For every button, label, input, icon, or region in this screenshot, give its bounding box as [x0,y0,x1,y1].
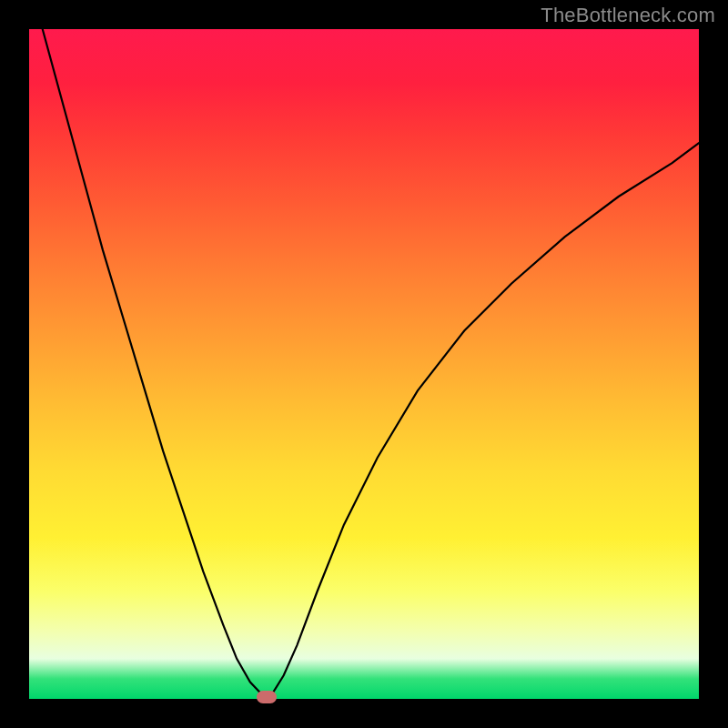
optimal-point-marker [257,691,277,703]
watermark-text: TheBottleneck.com [541,4,715,27]
chart-plot-area [29,29,699,699]
bottleneck-curve [29,29,699,699]
chart-frame: TheBottleneck.com [0,0,728,728]
